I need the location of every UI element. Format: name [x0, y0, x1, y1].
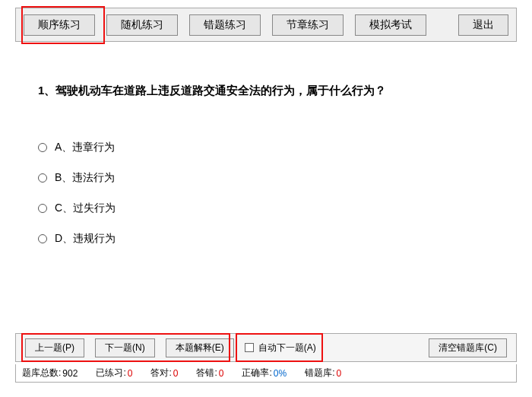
next-button[interactable]: 下一题(N): [95, 338, 155, 357]
done-label: 已练习:: [96, 367, 125, 380]
app-window: 顺序练习 随机练习 错题练习 节章练习 模拟考试 退出 1、驾驶机动车在道路上违…: [0, 0, 532, 397]
radio-icon: [38, 234, 47, 243]
tab-exit[interactable]: 退出: [458, 14, 508, 36]
option-a-label: A、违章行为: [55, 141, 115, 154]
radio-icon: [38, 173, 47, 183]
auto-next-checkbox[interactable]: 自动下一题(A): [245, 341, 316, 354]
option-c-label: C、过失行为: [55, 202, 116, 215]
rate-label: 正确率:: [242, 367, 271, 380]
right-label: 答对:: [150, 367, 171, 380]
tab-random[interactable]: 随机练习: [106, 14, 178, 36]
option-c[interactable]: C、过失行为: [38, 202, 116, 215]
tab-mock[interactable]: 模拟考试: [355, 14, 426, 36]
option-d-label: D、违规行为: [55, 232, 116, 246]
total-value: 902: [62, 368, 78, 379]
question-text: 1、驾驶机动车在道路上违反道路交通安全法的行为，属于什么行为？: [38, 84, 386, 98]
right-value: 0: [173, 368, 179, 379]
action-bar: 上一题(P) 下一题(N) 本题解释(E) 自动下一题(A) 清空错题库(C): [15, 333, 517, 362]
total-label: 题库总数:: [22, 367, 61, 380]
option-b-label: B、违法行为: [55, 171, 115, 185]
rate-value: 0%: [274, 368, 287, 379]
tab-sequential[interactable]: 顺序练习: [24, 14, 95, 36]
explain-button[interactable]: 本题解释(E): [166, 338, 234, 357]
wronglib-value: 0: [337, 368, 342, 379]
radio-icon: [38, 143, 47, 152]
wrong-value: 0: [219, 368, 224, 379]
tab-chapter[interactable]: 节章练习: [272, 14, 344, 36]
clear-wrong-button[interactable]: 清空错题库(C): [429, 338, 507, 357]
option-b[interactable]: B、违法行为: [38, 171, 116, 185]
checkbox-icon: [245, 343, 254, 352]
wronglib-label: 错题库:: [305, 367, 334, 380]
prev-button[interactable]: 上一题(P): [25, 338, 84, 357]
tab-bar: 顺序练习 随机练习 错题练习 节章练习 模拟考试 退出: [15, 8, 517, 42]
options-list: A、违章行为 B、违法行为 C、过失行为 D、违规行为: [38, 141, 116, 262]
wrong-label: 答错:: [196, 367, 217, 380]
option-a[interactable]: A、违章行为: [38, 141, 116, 154]
option-d[interactable]: D、违规行为: [38, 232, 116, 246]
radio-icon: [38, 204, 47, 213]
stats-bar: 题库总数: 902 已练习: 0 答对: 0 答错: 0 正确率: 0% 错题库…: [15, 364, 517, 383]
tab-wrong[interactable]: 错题练习: [189, 14, 261, 36]
done-value: 0: [128, 368, 133, 379]
auto-next-label: 自动下一题(A): [258, 341, 316, 354]
